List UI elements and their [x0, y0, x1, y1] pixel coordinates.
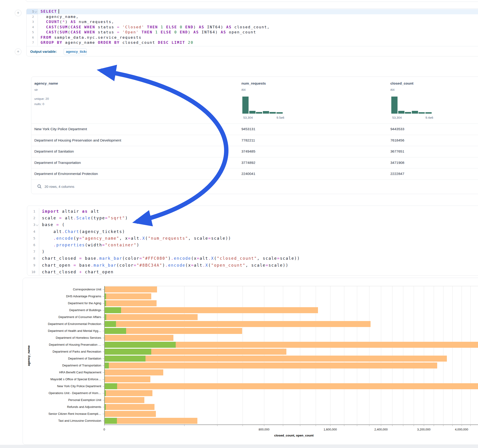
row-divider	[31, 124, 478, 124]
x-tick	[184, 425, 184, 426]
table-cell[interactable]: Department of Housing Preservation and D…	[34, 138, 121, 143]
gutter-divider	[39, 249, 39, 255]
x-tick	[369, 425, 369, 426]
y-tick	[103, 379, 104, 380]
y-tick	[103, 414, 104, 414]
y-tick	[103, 352, 104, 352]
table-cell[interactable]: Department of Transportation	[34, 161, 81, 165]
gridline	[392, 286, 392, 424]
gutter-divider	[39, 235, 39, 242]
bar-chart: Correspondence UnitDHS Advantage Program…	[23, 278, 478, 445]
line-number: 3	[27, 221, 39, 228]
y-tick	[103, 393, 104, 393]
code-line[interactable]: 8chart_closed = base.mark_bar(color="#FF…	[27, 255, 478, 262]
line-number: 3	[26, 19, 38, 25]
text-cursor	[59, 9, 59, 13]
column-type: i64	[241, 88, 245, 92]
line-number: 5	[26, 30, 38, 35]
gutter-divider	[39, 208, 39, 215]
code-line[interactable]: 7GROUP BY agency_name ORDER BY closed_co…	[26, 40, 478, 45]
gridline	[470, 286, 471, 424]
python-code-editor[interactable]: 1import altair as alt2scale = alt.Scale(…	[27, 208, 478, 275]
gutter-divider	[39, 221, 39, 228]
y-tick	[103, 366, 104, 366]
code-line[interactable]: 6FROM sample_data.nyc.service_requests	[26, 35, 478, 40]
y-axis-label: Department of Homeless Services	[30, 336, 101, 339]
gridline	[403, 286, 403, 424]
column-header[interactable]: agency_name	[34, 81, 58, 86]
table-cell[interactable]: 3774892	[241, 161, 255, 165]
y-axis-label: HRA Benefit Card Replacement	[30, 371, 101, 374]
y-tick	[103, 310, 104, 311]
bar-closed-count	[104, 376, 150, 382]
sql-cell: 1SELECT2 agency_name,3 COUNT(*) AS num_r…	[26, 8, 478, 56]
code-line[interactable]: 4 alt.Chart(agency_tickets)	[27, 228, 478, 235]
y-tick	[103, 400, 104, 400]
code-line[interactable]: 5 .encode(y="agency_name", x=alt.X("num_…	[27, 235, 478, 242]
code-line[interactable]: 3 COUNT(*) AS num_requests,	[26, 19, 478, 25]
code-line[interactable]: 5 CAST(SUM(CASE WHEN status = 'Open' THE…	[26, 30, 478, 35]
column-header[interactable]: num_requests	[241, 81, 266, 86]
column-stat: nulls: 0	[34, 102, 44, 106]
table-cell[interactable]: Department of Environmental Protection	[34, 172, 98, 176]
code-text: alt.Chart(agency_tickets)	[39, 228, 478, 235]
line-number: 2	[27, 215, 39, 221]
code-text: agency_name,	[38, 14, 478, 20]
gutter-divider	[39, 242, 39, 249]
table-cell[interactable]: 7782211	[241, 138, 255, 143]
code-line[interactable]: 9chart_open = base.mark_bar(color="#8BC3…	[27, 262, 478, 269]
table-cell[interactable]: 2240041	[241, 172, 255, 176]
column-header[interactable]: closed_count	[390, 81, 413, 86]
output-variable-pill[interactable]: agency_tickets	[64, 48, 87, 55]
y-axis-label: Refunds and Adjustments	[30, 405, 101, 409]
gridline	[184, 286, 184, 424]
table-cell[interactable]: 3749485	[241, 149, 255, 154]
x-tick	[462, 425, 462, 426]
code-line[interactable]: 6 .properties(width="container")	[27, 242, 478, 249]
code-line[interactable]: 4 CAST(SUM(CASE WHEN status = 'Closed' T…	[26, 25, 478, 30]
x-tick	[243, 425, 243, 426]
table-cell[interactable]: 9453131	[241, 127, 255, 131]
code-line[interactable]: 2scale = alt.Scale(type="sqrt")	[27, 215, 478, 221]
fold-chevron-icon[interactable]	[34, 10, 37, 13]
code-line[interactable]: 7)	[27, 249, 478, 255]
code-line[interactable]: 1import altair as alt	[27, 208, 478, 215]
y-tick	[103, 421, 104, 421]
table-cell[interactable]: 9443533	[390, 127, 404, 131]
add-cell-button-mid[interactable]: +	[15, 48, 21, 55]
x-tick	[283, 425, 283, 426]
gridline	[462, 286, 462, 424]
bar-closed-count	[104, 321, 371, 327]
bar-open-count	[104, 342, 176, 348]
line-number: 6	[26, 35, 38, 40]
table-footer: 20 rows, 4 columns	[37, 184, 74, 189]
fold-chevron-icon[interactable]	[36, 223, 38, 226]
table-cell[interactable]: Department of Sanitation	[34, 149, 74, 154]
code-line[interactable]: 3base = (	[27, 221, 478, 228]
table-cell[interactable]: 2222847	[390, 172, 404, 176]
line-number: 9	[27, 262, 39, 269]
line-number: 2	[26, 14, 38, 20]
row-divider	[31, 135, 478, 135]
line-number: 1	[27, 208, 39, 215]
x-tick	[264, 425, 264, 426]
table-cell[interactable]: New York City Police Department	[34, 127, 87, 131]
histogram-max-label: 9.4e6	[425, 116, 433, 119]
code-text: CAST(SUM(CASE WHEN status = 'Open' THEN …	[38, 30, 478, 35]
code-line[interactable]: 2 agency_name,	[26, 14, 478, 20]
y-axis-label: Department of Parks and Recreation	[30, 350, 101, 353]
table-cell[interactable]: 7618456	[390, 138, 404, 143]
y-axis-label: Department of Housing Preservation …	[30, 343, 101, 346]
bar-open-count	[104, 383, 117, 389]
bar-closed-count	[104, 286, 157, 292]
bar-closed-count	[104, 356, 447, 361]
gutter-divider	[38, 35, 38, 40]
add-cell-button-top[interactable]: +	[15, 10, 21, 16]
code-line[interactable]: 10chart_closed + chart_open	[27, 269, 478, 275]
table-cell[interactable]: 3471908	[390, 161, 404, 165]
table-cell[interactable]: 3677651	[390, 149, 404, 154]
search-icon[interactable]	[37, 184, 42, 189]
sql-code-editor[interactable]: 1SELECT2 agency_name,3 COUNT(*) AS num_r…	[26, 9, 478, 45]
x-axis-label: 4,000,000	[448, 428, 475, 431]
code-line[interactable]: 1SELECT	[26, 9, 478, 14]
